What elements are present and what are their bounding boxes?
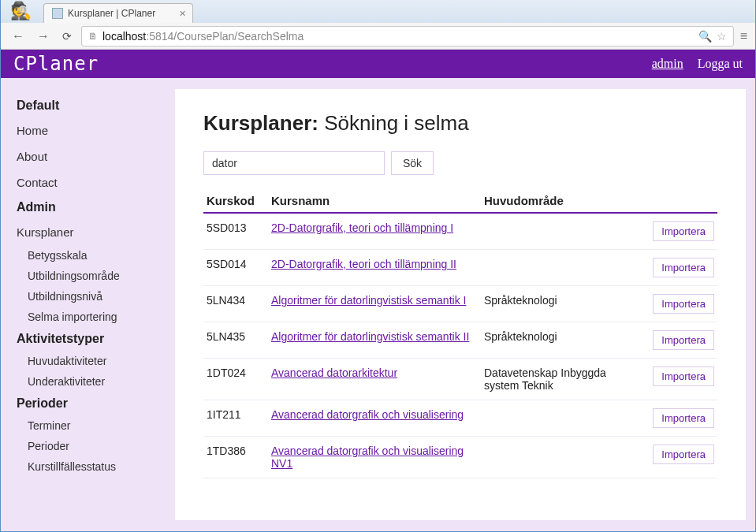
table-row: 1IT211Avancerad datorgrafik och visualis… [203, 400, 717, 437]
course-link[interactable]: Avancerad datorgrafik och visualisering [271, 408, 464, 421]
cell-name: 2D-Datorgrafik, teori och tillämpning I [268, 213, 481, 250]
cell-name: 2D-Datorgrafik, teori och tillämpning II [268, 250, 481, 286]
col-name: Kursnamn [268, 189, 481, 213]
course-link[interactable]: Algoritmer för datorlingvistisk semantik… [271, 294, 466, 307]
nav-subitem[interactable]: Betygsskala [17, 245, 167, 266]
browser-menu-button[interactable]: ≡ [740, 29, 747, 43]
cell-action: Importera [642, 437, 717, 478]
cell-area: Datavetenskap Inbyggda system Teknik [481, 359, 642, 400]
nav-item[interactable]: Kursplaner [17, 219, 167, 245]
page-title: Kursplaner: Sökning i selma [203, 111, 717, 136]
table-row: 1DT024Avancerad datorarkitekturDataveten… [203, 359, 717, 400]
cell-action: Importera [642, 250, 717, 286]
favicon-icon [52, 8, 63, 19]
user-link[interactable]: admin [652, 57, 683, 71]
url-host: localhost:5814/CoursePlan/SearchSelma [102, 30, 304, 43]
reload-button[interactable]: ⟳ [59, 30, 75, 43]
forward-button[interactable]: → [34, 29, 53, 43]
import-button[interactable]: Importera [653, 258, 714, 277]
cell-action: Importera [642, 286, 717, 322]
incognito-icon: 🕵 [10, 1, 32, 21]
tab-strip: 🕵 Kursplaner | CPlaner ✕ [1, 0, 755, 23]
import-button[interactable]: Importera [653, 408, 714, 428]
back-button[interactable]: ← [9, 29, 28, 43]
close-icon[interactable]: ✕ [179, 9, 186, 19]
nav-subitem[interactable]: Terminer [17, 415, 167, 436]
browser-tab[interactable]: Kursplaner | CPlaner ✕ [43, 3, 193, 23]
table-row: 5SD0142D-Datorgrafik, teori och tillämpn… [203, 250, 717, 286]
nav-subitem[interactable]: Kurstillfällesstatus [17, 456, 167, 477]
import-button[interactable]: Importera [653, 294, 714, 314]
cell-name: Avancerad datorarkitektur [268, 359, 481, 400]
course-link[interactable]: 2D-Datorgrafik, teori och tillämpning I [271, 221, 453, 234]
import-button[interactable]: Importera [653, 366, 714, 386]
results-table: Kurskod Kursnamn Huvudområde 5SD0132D-Da… [203, 189, 717, 478]
cell-action: Importera [642, 400, 717, 437]
nav-subitem[interactable]: Selma importering [17, 307, 167, 327]
course-link[interactable]: Avancerad datorgrafik och visualisering … [271, 445, 464, 470]
course-link[interactable]: Avancerad datorarkitektur [271, 366, 397, 379]
cell-code: 5SD013 [203, 213, 268, 250]
search-row: Sök [203, 151, 717, 175]
nav-group: Perioder [17, 396, 167, 411]
content-area: Kursplaner: Sökning i selma Sök Kurskod … [170, 78, 755, 531]
page-icon: 🗎 [88, 31, 98, 42]
app-header-right: admin Logga ut [652, 57, 743, 71]
cell-area [481, 213, 642, 250]
sidebar: DefaultHomeAboutContactAdminKursplanerBe… [1, 78, 170, 531]
import-button[interactable]: Importera [653, 221, 714, 241]
import-button[interactable]: Importera [653, 445, 714, 464]
cell-name: Algoritmer för datorlingvistisk semantik… [268, 322, 481, 359]
cell-code: 5LN434 [203, 286, 268, 322]
tab-title: Kursplaner | CPlaner [68, 8, 155, 19]
course-link[interactable]: Algoritmer för datorlingvistisk semantik… [271, 330, 469, 343]
zoom-icon[interactable]: 🔍 [698, 30, 712, 43]
cell-code: 1DT024 [203, 359, 268, 400]
search-button[interactable]: Sök [391, 151, 434, 175]
main-panel: Kursplaner: Sökning i selma Sök Kurskod … [175, 89, 746, 520]
import-button[interactable]: Importera [653, 330, 714, 350]
cell-area: Språkteknologi [481, 322, 642, 359]
nav-item[interactable]: Contact [17, 169, 167, 195]
browser-window: — ▢ ✕ 🕵 Kursplaner | CPlaner ✕ ← → ⟳ 🗎 l… [0, 0, 756, 532]
search-input[interactable] [203, 151, 385, 175]
nav-subitem[interactable]: Perioder [17, 436, 167, 456]
cell-code: 5SD014 [203, 250, 268, 286]
cell-action: Importera [642, 213, 717, 250]
cell-code: 1IT211 [203, 400, 268, 437]
cell-action: Importera [642, 322, 717, 359]
app-header: CPlaner admin Logga ut [1, 50, 755, 78]
nav-item[interactable]: Home [17, 117, 167, 143]
cell-code: 5LN435 [203, 322, 268, 359]
cell-area: Språkteknologi [481, 286, 642, 322]
nav-group: Aktivitetstyper [17, 332, 167, 346]
col-code: Kurskod [203, 189, 268, 213]
cell-area [481, 400, 642, 437]
omnibox-actions: 🔍 ☆ [698, 30, 727, 43]
table-row: 5LN435Algoritmer för datorlingvistisk se… [203, 322, 717, 359]
nav-item[interactable]: About [17, 143, 167, 169]
app-title: CPlaner [13, 53, 99, 75]
cell-area [481, 250, 642, 286]
nav-subitem[interactable]: Utbildningsnivå [17, 286, 167, 307]
nav-subitem[interactable]: Utbildningsområde [17, 266, 167, 286]
cell-area [481, 437, 642, 478]
col-action [642, 189, 717, 213]
nav-group: Admin [17, 200, 167, 214]
nav-group: Default [17, 99, 167, 113]
star-icon[interactable]: ☆ [717, 30, 727, 43]
address-bar: ← → ⟳ 🗎 localhost:5814/CoursePlan/Search… [1, 23, 755, 50]
cell-name: Avancerad datorgrafik och visualisering [268, 400, 481, 437]
table-row: 1TD386Avancerad datorgrafik och visualis… [203, 437, 717, 478]
nav-subitem[interactable]: Huvudaktiviteter [17, 351, 167, 371]
table-row: 5SD0132D-Datorgrafik, teori och tillämpn… [203, 213, 717, 250]
nav-subitem[interactable]: Underaktiviteter [17, 371, 167, 392]
col-area: Huvudområde [481, 189, 642, 213]
logout-link[interactable]: Logga ut [698, 57, 743, 71]
url-input[interactable]: 🗎 localhost:5814/CoursePlan/SearchSelma … [81, 26, 734, 47]
cell-code: 1TD386 [203, 437, 268, 478]
cell-action: Importera [642, 359, 717, 400]
course-link[interactable]: 2D-Datorgrafik, teori och tillämpning II [271, 258, 456, 270]
app-body: DefaultHomeAboutContactAdminKursplanerBe… [1, 78, 755, 531]
cell-name: Algoritmer för datorlingvistisk semantik… [268, 286, 481, 322]
